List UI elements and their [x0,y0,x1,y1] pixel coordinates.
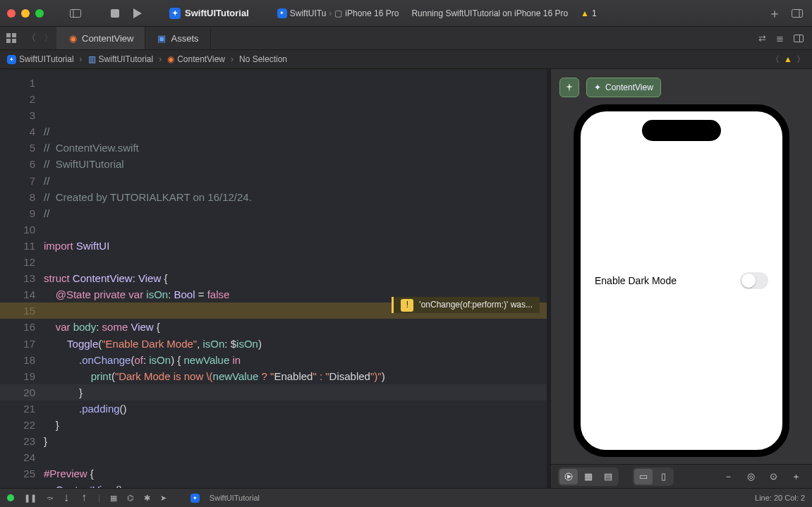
zoom-in-button[interactable]: ＋ [787,469,805,484]
memory-graph-button[interactable]: ⌬ [127,494,134,503]
toggle-label: Enable Dark Mode [595,275,740,286]
process-name[interactable]: SwiftUITutorial [210,494,260,502]
chevron-right-icon: › [329,8,332,18]
inline-warning[interactable]: ! 'onChange(of:perform:)' was... [392,297,540,313]
issues-indicator[interactable]: ▲ 1 [581,8,597,18]
svg-rect-6 [6,33,11,37]
svg-marker-3 [133,8,142,18]
run-button[interactable] [130,6,145,21]
running-indicator [7,494,14,501]
chevron-right-icon: › [159,54,162,64]
svg-rect-10 [794,35,804,42]
canvas-toolbar: ▦ ▤ ▭ ▯ － ◎ ⊙ ＋ [551,464,812,488]
scheme-app-icon: ✦ [277,8,287,18]
code-area[interactable]: ! 'onChange(of:perform:)' was... //// Co… [42,69,547,488]
canvas-toggle-button[interactable] [794,35,804,42]
swift-file-icon: ◉ [167,54,174,64]
adjust-editor-options-button[interactable]: ⇄ [758,33,766,44]
forward-button[interactable]: 〉 [40,32,56,44]
line-gutter: 1234567891011121314151617181920212223242… [0,69,42,488]
chevron-right-icon: › [80,54,83,64]
zoom-window-button[interactable] [35,9,44,18]
prev-issue-button[interactable]: 〈 [771,54,780,66]
debug-bar: ❚❚ ⤼ ⭣ ⭡ | ▦ ⌬ ✱ ➤ ✦ SwiftUITutorial Lin… [0,488,812,507]
device-icon: ▢ [334,8,342,18]
live-preview-button[interactable] [559,469,578,484]
step-out-button[interactable]: ⭡ [80,494,88,502]
tab-assets[interactable]: ▣ Assets [145,27,210,49]
window-traffic-lights [7,9,44,18]
tab-label: Assets [171,33,198,44]
preview-selector[interactable]: ✦ ContentView [586,78,661,97]
crumb-file[interactable]: ContentView [177,54,225,64]
step-over-button[interactable]: ⤼ [47,494,53,503]
back-button[interactable]: 〈 [23,32,40,44]
warning-triangle-icon: ▲ [581,8,589,18]
project-title-label: SwiftUITutorial [185,8,249,18]
svg-rect-8 [6,39,11,43]
svg-marker-13 [567,475,571,479]
svg-rect-4 [792,9,803,17]
assets-icon: ▣ [157,33,166,44]
pause-button[interactable]: ❚❚ [24,494,37,503]
titlebar: ✦ SwiftUITutorial ✦ SwiftUITu › ▢ iPhone… [0,0,812,27]
stop-button[interactable] [107,6,123,21]
history-nav: 〈 〉 [23,27,56,49]
swift-file-icon: ◉ [68,33,78,44]
main-split: 1234567891011121314151617181920212223242… [0,69,812,488]
cursor-position: Line: 20 Col: 2 [755,494,805,502]
tab-contentview[interactable]: ◉ ContentView [56,27,145,49]
minimap-button[interactable]: ≣ [776,33,784,44]
tab-bar: 〈 〉 ◉ ContentView ▣ Assets ⇄ ≣ [0,27,812,50]
warning-count: 1 [592,8,597,18]
crumb-project[interactable]: SwiftUITutorial [19,54,74,64]
svg-rect-2 [111,9,119,18]
environment-overrides-button[interactable]: ✱ [144,494,150,503]
related-items-button[interactable] [0,27,23,49]
toggle-navigator-button[interactable] [68,6,83,21]
scheme-device-label: iPhone 16 Pro [345,8,399,18]
svg-rect-7 [12,33,16,37]
zoom-out-button[interactable]: － [719,469,737,484]
app-icon: ✦ [7,55,16,64]
preview-pill-label: ContentView [605,83,653,92]
svg-rect-0 [71,9,81,17]
tab-label: ContentView [82,33,133,44]
preview-canvas: ✦ ContentView Enable Dark Mode ▦ ▤ [551,69,812,488]
app-icon: ✦ [190,494,200,503]
inline-warning-text: 'onChange(of:perform:)' was... [419,297,533,313]
crumb-selection[interactable]: No Selection [239,54,287,64]
close-window-button[interactable] [7,9,16,18]
activity-status: Running SwiftUITutorial on iPhone 16 Pro [411,8,568,18]
toggle-inspectors-button[interactable] [789,6,805,21]
debug-view-button[interactable]: ▦ [110,494,117,503]
device-settings-button[interactable]: ▭ [634,469,653,484]
scheme-selector[interactable]: ✦ SwiftUITu › ▢ iPhone 16 Pro [277,8,399,18]
simulate-location-button[interactable]: ➤ [160,494,166,503]
zoom-actual-button[interactable]: ⊙ [764,469,782,484]
minimize-window-button[interactable] [21,9,30,18]
warning-triangle-icon: ▲ [784,54,792,64]
project-title: ✦ SwiftUITutorial [169,8,249,19]
step-into-button[interactable]: ⭣ [63,494,71,502]
folder-icon: ▥ [88,54,96,64]
next-issue-button[interactable]: 〉 [796,54,805,66]
app-icon: ✦ [169,8,181,19]
pin-preview-button[interactable] [559,78,579,97]
jump-bar[interactable]: ✦ SwiftUITutorial › ▥ SwiftUITutorial › … [0,50,812,69]
device-bezel-button[interactable]: ▯ [654,469,672,484]
crumb-group[interactable]: SwiftUITutorial [99,54,154,64]
warning-triangle-icon: ! [401,299,413,312]
scheme-app-label: SwiftUITu [290,8,327,18]
variants-button[interactable]: ▤ [599,469,617,484]
device-frame: Enable Dark Mode [574,104,789,457]
dark-mode-toggle[interactable] [740,272,768,289]
zoom-fit-button[interactable]: ◎ [741,469,760,484]
preview-content[interactable]: Enable Dark Mode [581,111,782,450]
source-editor[interactable]: 1234567891011121314151617181920212223242… [0,69,547,488]
svg-rect-9 [12,39,16,43]
selectable-preview-button[interactable]: ▦ [579,469,598,484]
chevron-right-icon: › [231,54,234,64]
pin-icon: ✦ [594,83,601,92]
add-button[interactable]: ＋ [767,6,782,21]
